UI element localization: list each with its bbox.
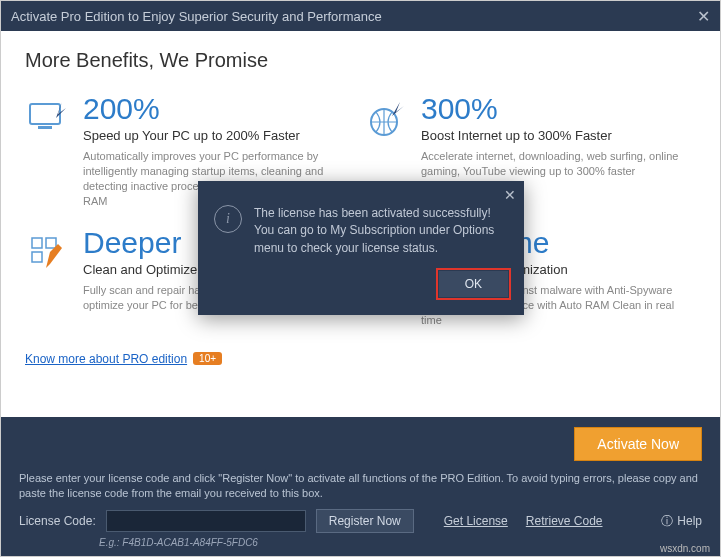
license-example: E.g.: F4B1D-ACAB1-A84FF-5FDC6 <box>99 537 702 548</box>
benefit-headline: 300% <box>421 94 683 124</box>
dialog-close-icon[interactable]: ✕ <box>504 187 516 203</box>
help-icon: ⓘ <box>661 513 673 530</box>
license-label: License Code: <box>19 514 96 528</box>
broom-icon <box>25 228 71 274</box>
ok-button[interactable]: OK <box>439 271 508 297</box>
svg-rect-1 <box>38 126 52 129</box>
speed-icon <box>25 94 71 140</box>
watermark: wsxdn.com <box>660 543 710 554</box>
footer-links: Get License Retrieve Code <box>444 514 603 528</box>
license-code-input[interactable] <box>106 510 306 532</box>
get-license-link[interactable]: Get License <box>444 514 508 528</box>
benefit-sub: Speed up Your PC up to 200% Faster <box>83 128 345 143</box>
close-icon[interactable]: ✕ <box>697 7 710 26</box>
dialog-body: i The license has been activated success… <box>198 181 524 271</box>
help-label: Help <box>677 514 702 528</box>
dialog-line1: The license has been activated successfu… <box>254 205 508 222</box>
benefit-headline: 200% <box>83 94 345 124</box>
globe-rocket-icon <box>363 94 409 140</box>
badge-count: 10+ <box>193 352 222 365</box>
svg-rect-3 <box>32 238 42 248</box>
know-more-link[interactable]: Know more about PRO edition <box>25 352 187 366</box>
benefit-desc: Accelerate internet, downloading, web su… <box>421 149 683 179</box>
retrieve-code-link[interactable]: Retrieve Code <box>526 514 603 528</box>
activation-window: Activate Pro Edition to Enjoy Superior S… <box>0 0 721 557</box>
page-title: More Benefits, We Promise <box>25 49 696 72</box>
footer: Activate Now Please enter your license c… <box>1 417 720 556</box>
info-icon: i <box>214 205 242 233</box>
activate-row: Activate Now <box>19 427 702 461</box>
dialog-footer: OK <box>198 271 524 315</box>
titlebar: Activate Pro Edition to Enjoy Superior S… <box>1 1 720 31</box>
register-now-button[interactable]: Register Now <box>316 509 414 533</box>
svg-rect-4 <box>32 252 42 262</box>
dialog-message: The license has been activated successfu… <box>254 205 508 257</box>
activation-success-dialog: ✕ i The license has been activated succe… <box>198 181 524 315</box>
footer-instruction: Please enter your license code and click… <box>19 471 702 501</box>
activate-now-button[interactable]: Activate Now <box>574 427 702 461</box>
svg-rect-0 <box>30 104 60 124</box>
window-title: Activate Pro Edition to Enjoy Superior S… <box>11 9 382 24</box>
dialog-line2: You can go to My Subscription under Opti… <box>254 222 508 257</box>
svg-rect-5 <box>46 238 56 248</box>
help-link[interactable]: ⓘ Help <box>661 513 702 530</box>
know-more-row: Know more about PRO edition 10+ <box>25 352 222 366</box>
license-row: License Code: Register Now Get License R… <box>19 509 702 533</box>
benefit-sub: Boost Internet up to 300% Faster <box>421 128 683 143</box>
